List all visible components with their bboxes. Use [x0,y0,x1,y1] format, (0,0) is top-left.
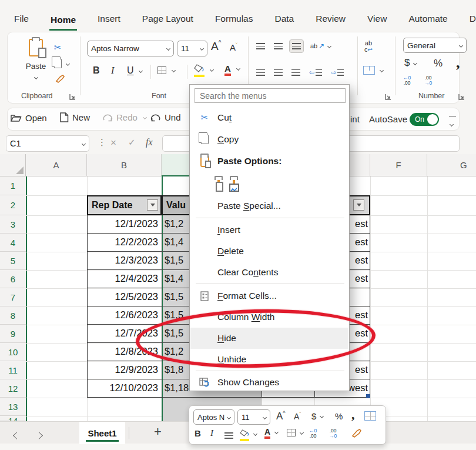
cell-c5[interactable]: $1,5 [165,255,183,266]
column-header-f[interactable]: F [370,154,427,176]
menu-item-delete[interactable]: Delete [190,241,348,262]
menu-item-clear-contents[interactable]: Clear Contents [190,262,348,283]
cell-b5[interactable]: 12/3/2023 [87,255,158,266]
new-button[interactable]: New [60,112,90,122]
insert-function-button[interactable]: fx [146,137,153,148]
tab-formulas[interactable]: Formulas [214,11,254,26]
mini-shrink-font-button[interactable]: Aˇ [294,411,301,421]
grow-font-button[interactable]: A^ [211,39,221,53]
menu-item-cut[interactable]: ✂ Cut [190,107,348,128]
align-left-button[interactable] [254,66,267,79]
merge-center-button[interactable] [363,66,383,75]
decrease-decimal-button[interactable]: .00→0 [424,75,432,86]
italic-button[interactable]: I [111,65,114,76]
name-box[interactable]: C1 [6,135,89,152]
cell-b3[interactable]: 12/1/2023 [87,218,158,229]
mini-fill-color-button[interactable] [240,428,257,439]
row-header-6[interactable]: 6 [0,270,26,288]
row-header-5[interactable]: 5 [0,252,26,270]
borders-button[interactable] [157,66,175,74]
alignment-dialog-launcher[interactable] [385,92,391,102]
cancel-button[interactable]: × [110,137,116,149]
table-resize-handle[interactable] [366,394,370,398]
font-size-select[interactable]: 11 [177,41,207,56]
tab-insert[interactable]: Insert [96,11,122,26]
shrink-font-button[interactable]: Aˇ [230,42,237,52]
number-dialog-launcher[interactable] [458,92,465,102]
currency-button[interactable]: $ [404,57,417,69]
row-header-9[interactable]: 9 [0,325,26,343]
bold-button[interactable]: B [93,65,100,76]
fill-color-button[interactable] [194,64,213,75]
percent-style-button[interactable]: % [434,58,443,69]
paste-keep-source-button[interactable] [217,179,220,189]
row-header-4[interactable]: 4 [0,234,26,252]
cell-c7[interactable]: $1,5 [165,291,183,302]
tab-developer[interactable]: Developer [468,11,476,26]
paste-picture-button[interactable] [233,179,235,189]
row-header-1[interactable]: 1 [0,176,26,195]
autosave-toggle[interactable]: On [410,113,439,126]
cell-c6[interactable]: $1,4 [165,273,183,284]
mini-grow-font-button[interactable]: A^ [276,410,286,422]
wrap-text-button[interactable]: ab c↩ [364,40,373,53]
middle-align-button[interactable] [271,40,285,52]
tab-file[interactable]: File [13,11,30,26]
mini-merge-button[interactable] [364,411,376,423]
increase-indent-button[interactable]: ⇨ [328,66,346,79]
mini-italic-button[interactable]: I [210,428,213,438]
rep-date-filter-button[interactable] [147,199,158,211]
mini-font-color-button[interactable]: A [264,427,278,436]
mini-bold-button[interactable]: B [195,428,201,438]
align-right-button[interactable] [289,66,303,79]
next-sheet-button[interactable] [36,430,42,441]
row-header-10[interactable]: 10 [0,343,26,361]
print-button-partial[interactable]: int [350,114,360,124]
tab-page-layout[interactable]: Page Layout [141,11,195,26]
mini-currency-button[interactable]: $ [311,411,323,421]
comma-style-button[interactable]: , [456,54,460,72]
row-header-11[interactable]: 11 [0,361,26,379]
mini-font-name-select[interactable]: Aptos N [193,409,234,425]
column-header-a[interactable]: A [26,154,87,176]
add-sheet-button[interactable]: + [154,424,162,439]
column-header-g[interactable]: G [427,154,476,176]
mini-percent-button[interactable]: % [335,411,343,421]
orientation-button[interactable]: ab ↗ [308,39,333,53]
column-header-b[interactable]: B [87,154,162,176]
menu-item-format-cells[interactable]: Format Cells... [190,285,348,306]
row-header-8[interactable]: 8 [0,306,26,325]
mini-format-painter-button[interactable] [351,428,362,440]
number-format-select[interactable]: General [403,38,467,53]
menu-item-paste-special[interactable]: Paste Special... [190,195,348,216]
sheet-tab-sheet1[interactable]: Sheet1 [79,422,125,444]
formula-bar-splitter[interactable]: ⋮ [98,137,106,148]
tab-home[interactable]: Home [49,12,77,31]
row-header-12[interactable]: 12 [0,379,26,398]
cell-b12[interactable]: 12/10/2023 [87,382,158,394]
tab-data[interactable]: Data [273,11,295,26]
mini-borders-button[interactable] [287,429,303,436]
row-header-7[interactable]: 7 [0,288,26,306]
mini-increase-decimal-button[interactable]: ←0.00 [309,428,317,439]
mini-font-size-select[interactable]: 11 [237,409,270,425]
ribbon-options-chevron[interactable] [449,116,456,128]
menu-item-insert[interactable]: Insert [190,219,348,241]
mini-decrease-decimal-button[interactable]: .00→0 [329,428,337,439]
enter-button[interactable]: ✓ [128,137,136,148]
font-name-select[interactable]: Aptos Narrow [87,41,174,56]
menu-item-show-changes[interactable]: Show Changes [190,372,348,393]
open-button[interactable]: Open [11,113,47,123]
row-header-3[interactable]: 3 [0,215,26,234]
cell-b8[interactable]: 12/6/2023 [87,309,158,321]
tab-review[interactable]: Review [314,11,347,26]
select-all-corner[interactable] [0,154,26,176]
cell-c3[interactable]: $1,2 [165,218,183,229]
menu-item-copy[interactable]: Copy [190,129,348,150]
row-header-13[interactable]: 13 [0,398,26,416]
clipboard-dialog-launcher[interactable] [69,92,76,102]
underline-button[interactable]: U [127,65,142,76]
top-align-button[interactable] [254,40,267,52]
paste-button[interactable]: Paste [20,36,52,81]
cut-button[interactable]: ✂ [54,42,62,53]
